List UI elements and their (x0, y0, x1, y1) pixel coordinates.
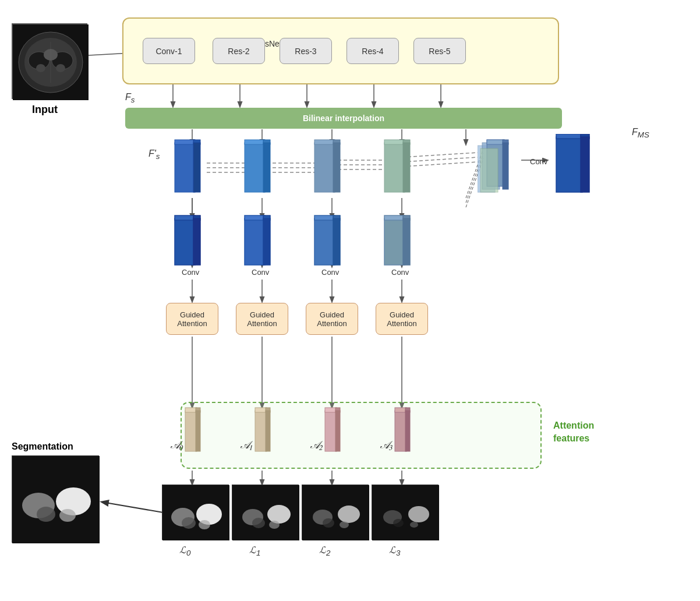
fms-cube-group (478, 134, 559, 204)
loss-label-2: ℒ2 (319, 545, 330, 557)
svg-point-144 (410, 522, 418, 528)
svg-point-127 (196, 504, 222, 525)
svg-rect-104 (403, 218, 410, 265)
svg-rect-119 (335, 411, 340, 451)
attention-features-label: Attentionfeatures (553, 419, 594, 446)
svg-point-128 (182, 517, 196, 529)
svg-point-143 (393, 519, 404, 527)
svg-point-134 (269, 521, 280, 529)
svg-rect-97 (314, 218, 335, 265)
feature-cubes-row2 (166, 213, 515, 282)
svg-text:𝒜₀: 𝒜₀ (170, 439, 183, 451)
guided-attention-2: GuidedAttention (306, 303, 358, 335)
svg-rect-121 (395, 411, 406, 451)
svg-rect-90 (175, 215, 195, 220)
svg-point-132 (267, 505, 291, 524)
svg-rect-65 (193, 143, 200, 192)
loss-image-0 (162, 485, 229, 540)
svg-rect-63 (175, 140, 195, 144)
guided-attention-0: GuidedAttention (166, 303, 218, 335)
svg-rect-88 (581, 137, 589, 192)
svg-rect-69 (263, 143, 270, 192)
fs-label: Fs (125, 92, 135, 104)
svg-rect-111 (255, 411, 267, 451)
res3-block: Res-3 (280, 38, 332, 64)
svg-rect-86 (556, 134, 582, 139)
fs-prime-label: F's (149, 149, 160, 161)
svg-rect-83 (503, 143, 508, 189)
svg-rect-114 (266, 411, 270, 451)
svg-point-133 (252, 518, 265, 528)
svg-point-142 (408, 506, 429, 522)
svg-point-148 (37, 507, 55, 522)
svg-rect-117 (325, 408, 337, 412)
conv-label-1: Conv (252, 268, 269, 277)
svg-text:𝒜₃: 𝒜₃ (380, 439, 393, 451)
svg-point-149 (59, 509, 76, 522)
svg-rect-101 (384, 218, 405, 265)
bilinear-bar: Bilinear interpolation (125, 108, 562, 129)
svg-text:𝒜₂: 𝒜₂ (310, 439, 323, 451)
svg-rect-74 (384, 143, 405, 192)
svg-rect-96 (263, 218, 270, 265)
res5-block: Res-5 (413, 38, 466, 64)
svg-rect-84 (480, 149, 498, 192)
svg-rect-116 (325, 411, 337, 451)
svg-point-138 (323, 518, 334, 528)
svg-rect-85 (556, 137, 582, 192)
svg-rect-92 (193, 218, 200, 265)
svg-rect-77 (403, 143, 410, 192)
svg-rect-122 (395, 408, 406, 412)
segmentation-image (12, 455, 99, 543)
svg-point-139 (340, 521, 349, 528)
loss-label-1: ℒ1 (249, 545, 260, 557)
svg-text:𝒜₁: 𝒜₁ (240, 439, 253, 451)
conv-label-3: Conv (391, 268, 409, 277)
loss-label-3: ℒ3 (389, 545, 400, 557)
input-label: Input (32, 104, 58, 116)
svg-rect-67 (245, 140, 265, 144)
svg-line-57 (102, 502, 163, 512)
fms-label: FMS (632, 127, 649, 139)
svg-rect-70 (314, 143, 335, 192)
conv-fms-label: Conv (530, 157, 547, 166)
diagram-container: Input (0, 0, 700, 601)
loss-image-1 (232, 485, 299, 540)
svg-point-137 (338, 505, 360, 523)
svg-rect-102 (384, 215, 405, 220)
input-image (12, 23, 87, 99)
conv-label-2: Conv (321, 268, 339, 277)
fms-final-cube (553, 134, 594, 204)
svg-rect-62 (175, 143, 195, 192)
svg-point-7 (56, 64, 65, 72)
res2-block: Res-2 (213, 38, 265, 64)
res4-block: Res-4 (347, 38, 399, 64)
svg-rect-73 (333, 143, 340, 192)
svg-rect-106 (185, 411, 197, 451)
guided-attention-1: GuidedAttention (236, 303, 288, 335)
svg-rect-124 (405, 411, 410, 451)
svg-rect-94 (245, 215, 265, 220)
svg-rect-71 (314, 140, 335, 144)
svg-rect-75 (384, 140, 405, 144)
svg-rect-89 (175, 218, 195, 265)
loss-image-2 (302, 485, 369, 540)
segmentation-label: Segmentation (12, 441, 73, 452)
svg-rect-66 (245, 143, 265, 192)
svg-point-6 (36, 64, 45, 72)
svg-rect-112 (255, 408, 267, 412)
svg-rect-109 (196, 411, 200, 451)
conv1-block: Conv-1 (143, 38, 195, 64)
svg-rect-100 (333, 218, 340, 265)
fs-prime-cubes (166, 134, 515, 204)
attention-feature-cubes: 𝒜₀ 𝒜₁ 𝒜₂ 𝒜₃ (166, 405, 515, 475)
svg-rect-107 (185, 408, 197, 412)
svg-rect-140 (372, 485, 439, 540)
svg-rect-93 (245, 218, 265, 265)
svg-rect-81 (487, 140, 504, 144)
guided-attention-3: GuidedAttention (376, 303, 428, 335)
conv-label-0: Conv (182, 268, 199, 277)
loss-label-0: ℒ0 (179, 545, 190, 557)
svg-rect-98 (314, 215, 335, 220)
loss-image-3 (372, 485, 439, 540)
